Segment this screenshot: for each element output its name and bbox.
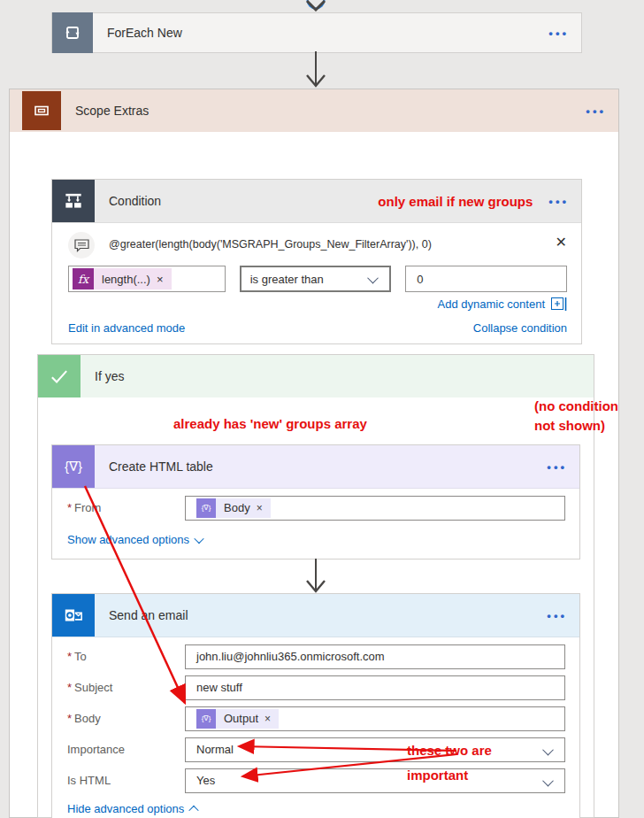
remove-pill-icon[interactable]: × bbox=[157, 273, 164, 286]
if-yes-title: If yes bbox=[95, 369, 124, 383]
send-email-body: *To john.liu@johnliu365.onmicrosoft.com … bbox=[52, 637, 579, 818]
remove-pill-icon[interactable]: × bbox=[257, 496, 263, 521]
hide-advanced-options-link[interactable]: Hide advanced options bbox=[67, 802, 184, 815]
condition-more-options-icon[interactable]: ••• bbox=[548, 195, 569, 208]
create-table-more-options-icon[interactable]: ••• bbox=[547, 460, 567, 474]
annotation-no-condition: (no condition not shown) bbox=[534, 397, 618, 436]
chevron-up-icon bbox=[189, 805, 199, 814]
importance-field-label: Importance bbox=[67, 737, 185, 762]
condition-value: 0 bbox=[417, 273, 423, 286]
scope-icon bbox=[22, 91, 61, 130]
condition-icon bbox=[52, 180, 95, 222]
collapse-condition-link[interactable]: Collapse condition bbox=[473, 321, 567, 335]
is-html-field-label: Is HTML bbox=[67, 768, 185, 793]
condition-card-title: Condition bbox=[109, 194, 161, 208]
chevron-down-icon bbox=[542, 776, 554, 787]
operand1-pill-label: length(...) bbox=[102, 273, 150, 286]
condition-card-body: @greater(length(body('MSGRAPH_Groups_New… bbox=[52, 223, 581, 343]
foreach-card-title: ForEach New bbox=[107, 26, 182, 40]
annotation-only-email: only email if new groups bbox=[378, 194, 533, 209]
to-field-label: *To bbox=[67, 644, 185, 669]
foreach-loop-icon bbox=[52, 12, 93, 53]
send-email-header[interactable]: Send an email ••• bbox=[52, 594, 579, 637]
body-input[interactable]: {∇} Output × bbox=[185, 706, 565, 731]
data-operations-mini-icon: {∇} bbox=[196, 498, 216, 518]
create-html-table-body: *From {∇} Body × Show advanced options bbox=[52, 489, 579, 559]
output-pill-label: Output bbox=[224, 706, 258, 731]
condition-card-header[interactable]: Condition only email if new groups ••• bbox=[52, 180, 581, 223]
connector-arrow-1 bbox=[304, 51, 327, 89]
outlook-icon bbox=[52, 594, 95, 637]
to-input[interactable]: john.liu@johnliu365.onmicrosoft.com bbox=[185, 644, 565, 669]
body-pill-label: Body bbox=[224, 496, 250, 521]
if-yes-header[interactable]: If yes bbox=[38, 355, 594, 397]
data-operations-mini-icon: {∇} bbox=[196, 709, 216, 729]
condition-card: Condition only email if new groups ••• @… bbox=[51, 179, 582, 344]
add-dynamic-content-link[interactable]: Add dynamic content bbox=[438, 297, 545, 311]
scope-more-options-icon[interactable]: ••• bbox=[586, 104, 606, 118]
from-field-label: *From bbox=[67, 496, 185, 521]
create-html-table-title: Create HTML table bbox=[109, 459, 213, 474]
fx-icon: fx bbox=[73, 268, 94, 289]
body-field-label: *Body bbox=[67, 706, 185, 731]
importance-value: Normal bbox=[196, 737, 234, 762]
importance-dropdown[interactable]: Normal bbox=[185, 737, 565, 762]
condition-value-input[interactable]: 0 bbox=[405, 266, 567, 292]
foreach-action-card[interactable]: ForEach New ••• bbox=[51, 12, 582, 53]
add-dynamic-content-icon[interactable] bbox=[551, 297, 567, 311]
chevron-down-icon bbox=[194, 533, 203, 543]
is-html-dropdown[interactable]: Yes bbox=[185, 768, 565, 793]
connector-arrow-2 bbox=[304, 559, 327, 594]
create-html-table-card: {∇} Create HTML table ••• *From {∇} Body… bbox=[51, 444, 580, 559]
from-input[interactable]: {∇} Body × bbox=[185, 496, 565, 521]
send-email-more-options-icon[interactable]: ••• bbox=[547, 609, 567, 622]
chevron-down-icon bbox=[542, 745, 554, 756]
send-email-card: Send an email ••• *To john.liu@johnliu36… bbox=[51, 593, 580, 818]
condition-operator-dropdown[interactable]: is greater than bbox=[240, 266, 392, 292]
connector-arrow-top bbox=[302, 0, 330, 12]
operator-value: is greater than bbox=[250, 273, 324, 286]
body-token-pill[interactable]: {∇} Body × bbox=[196, 498, 271, 519]
foreach-more-options-icon[interactable]: ••• bbox=[548, 27, 569, 40]
annotation-groups-array: already has 'new' groups array bbox=[173, 414, 367, 434]
is-html-value: Yes bbox=[196, 768, 215, 793]
remove-pill-icon[interactable]: × bbox=[264, 706, 271, 731]
condition-expression: @greater(length(body('MSGRAPH_Groups_New… bbox=[109, 238, 432, 251]
condition-operand1-input[interactable]: fx length(...) × bbox=[68, 266, 226, 292]
flow-designer-canvas: ForEach New ••• Scope Extras ••• bbox=[0, 0, 644, 818]
chevron-down-icon bbox=[367, 273, 379, 284]
scope-card-title: Scope Extras bbox=[75, 104, 149, 118]
comment-icon[interactable] bbox=[68, 232, 95, 259]
subject-input[interactable]: new stuff bbox=[185, 675, 565, 700]
create-html-table-header[interactable]: {∇} Create HTML table ••• bbox=[52, 445, 579, 489]
send-email-title: Send an email bbox=[109, 608, 188, 622]
checkmark-icon bbox=[38, 355, 80, 397]
subject-field-label: *Subject bbox=[67, 675, 185, 700]
show-advanced-options-link[interactable]: Show advanced options bbox=[67, 533, 189, 546]
output-token-pill[interactable]: {∇} Output × bbox=[196, 708, 279, 729]
scope-card-header[interactable]: Scope Extras ••• bbox=[10, 89, 618, 132]
data-operations-icon: {∇} bbox=[52, 445, 95, 488]
edit-advanced-mode-link[interactable]: Edit in advanced mode bbox=[68, 321, 185, 335]
close-icon[interactable]: ✕ bbox=[556, 232, 567, 251]
annotation-these-two: these two are important bbox=[407, 738, 492, 788]
